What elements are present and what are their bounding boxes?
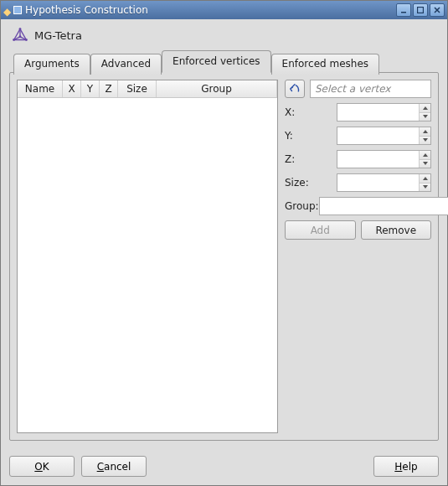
label-group: Group: — [285, 200, 319, 212]
y-spinbox[interactable] — [337, 127, 431, 145]
size-step-down[interactable] — [419, 184, 430, 192]
x-step-up[interactable] — [419, 104, 430, 113]
sticky-icon: ◆ — [3, 6, 12, 14]
app-icon — [13, 6, 22, 14]
x-step-down[interactable] — [419, 113, 430, 122]
size-spinbox[interactable] — [337, 173, 431, 192]
z-step-down[interactable] — [419, 160, 430, 168]
tab-enforced-vertices[interactable]: Enforced vertices — [162, 50, 271, 73]
y-step-down[interactable] — [419, 137, 430, 145]
col-name[interactable]: Name — [18, 80, 63, 97]
vertex-selection-field[interactable]: Select a vertex — [310, 80, 431, 98]
col-size[interactable]: Size — [118, 80, 157, 97]
y-step-up[interactable] — [419, 127, 430, 137]
ok-rest: K — [43, 461, 49, 473]
minimize-button[interactable] — [396, 3, 411, 17]
size-step-up[interactable] — [419, 174, 430, 184]
svg-rect-1 — [418, 8, 424, 13]
table-header: Name X Y Z Size Group — [18, 80, 277, 98]
size-input[interactable] — [337, 173, 431, 192]
svg-point-5 — [19, 35, 22, 38]
col-y[interactable]: Y — [81, 80, 100, 97]
cancel-rest: ancel — [104, 461, 131, 473]
titlebar: ◆ Hypothesis Construction — [1, 1, 447, 19]
label-y: Y: — [285, 130, 337, 142]
system-menu-icons: ◆ — [3, 6, 22, 14]
svg-point-2 — [13, 39, 15, 41]
vertices-table[interactable]: Name X Y Z Size Group — [17, 80, 278, 433]
module-name: MG-Tetra — [34, 29, 82, 42]
tab-panel-enforced-vertices: Name X Y Z Size Group Select a vertex — [9, 72, 439, 441]
dialog-footer: OK Cancel Help — [1, 449, 447, 485]
tab-advanced[interactable]: Advanced — [90, 54, 162, 75]
cancel-button[interactable]: Cancel — [81, 456, 147, 477]
help-rest: elp — [402, 461, 417, 473]
svg-point-3 — [25, 39, 28, 41]
z-spinbox[interactable] — [337, 150, 431, 168]
z-step-up[interactable] — [419, 151, 430, 160]
tab-arguments[interactable]: Arguments — [13, 54, 90, 75]
tab-enforced-meshes[interactable]: Enforced meshes — [271, 54, 379, 75]
module-heading: MG-Tetra — [9, 26, 439, 44]
label-size: Size: — [285, 177, 337, 189]
module-icon — [11, 26, 29, 44]
close-button[interactable] — [430, 3, 445, 17]
x-input[interactable] — [337, 103, 431, 122]
maximize-button[interactable] — [413, 3, 428, 17]
dialog-window: ◆ Hypothesis Construction MG-Tetra Argum… — [0, 0, 448, 486]
group-input[interactable] — [319, 197, 448, 215]
tabstrip: Arguments Advanced Enforced vertices Enf… — [9, 52, 439, 73]
help-button[interactable]: Help — [373, 456, 439, 477]
y-input[interactable] — [337, 127, 431, 145]
label-x: X: — [285, 106, 337, 118]
vertex-form: Select a vertex X: Y: — [285, 80, 431, 433]
ok-button[interactable]: OK — [9, 456, 75, 477]
table-body[interactable] — [18, 98, 277, 432]
svg-rect-0 — [401, 12, 406, 13]
col-z[interactable]: Z — [100, 80, 118, 97]
col-group[interactable]: Group — [157, 80, 277, 97]
pick-vertex-button[interactable] — [285, 80, 305, 98]
label-z: Z: — [285, 153, 337, 165]
x-spinbox[interactable] — [337, 103, 431, 122]
col-x[interactable]: X — [63, 80, 81, 97]
svg-point-4 — [19, 28, 22, 30]
window-title: Hypothesis Construction — [25, 4, 396, 16]
remove-button[interactable]: Remove — [361, 220, 432, 240]
add-button[interactable]: Add — [285, 220, 356, 240]
z-input[interactable] — [337, 150, 431, 168]
